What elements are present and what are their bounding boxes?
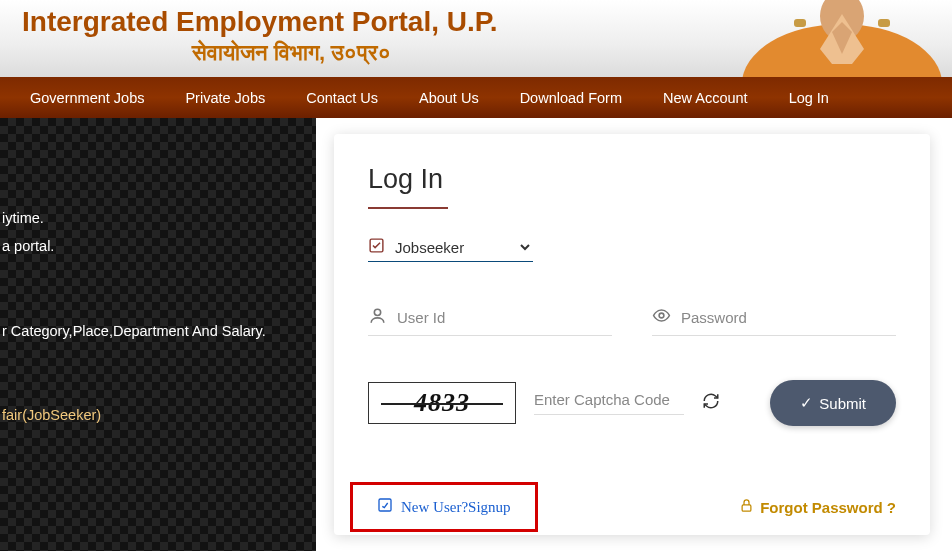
hero-image [732, 0, 952, 77]
captcha-input[interactable] [534, 391, 684, 415]
refresh-icon[interactable] [702, 392, 720, 414]
nav-about-us[interactable]: About Us [399, 78, 499, 118]
credentials-row [368, 306, 896, 336]
login-title: Log In [368, 164, 443, 209]
captcha-row: 4833 ✓ Submit [368, 380, 896, 426]
lock-icon [739, 498, 754, 516]
forgot-password-link[interactable]: Forgot Password ? [739, 498, 896, 516]
footer-row: New User?Signup Forgot Password ? [368, 482, 896, 532]
password-input[interactable] [681, 309, 896, 326]
site-header: Intergrated Employment Portal, U.P. सेवा… [0, 0, 952, 77]
nav-contact-us[interactable]: Contact Us [286, 78, 398, 118]
user-icon [368, 306, 387, 329]
edit-icon [377, 497, 393, 517]
nav-log-in[interactable]: Log In [769, 78, 849, 118]
main-nav: Government Jobs Private Jobs Contact Us … [0, 77, 952, 118]
role-row: Jobseeker [368, 237, 896, 262]
userid-group[interactable] [368, 306, 612, 336]
submit-label: Submit [819, 395, 866, 412]
login-card: Log In Jobseeker [334, 134, 930, 535]
userid-input[interactable] [397, 309, 612, 326]
svg-rect-3 [878, 19, 890, 27]
info-line-3: r Category,Place,Department And Salary. [2, 321, 306, 341]
signup-link[interactable]: New User?Signup [401, 499, 511, 516]
forgot-label: Forgot Password ? [760, 499, 896, 516]
nav-download-form[interactable]: Download Form [500, 78, 642, 118]
svg-point-6 [659, 313, 664, 318]
check-icon: ✓ [800, 394, 813, 412]
checkbox-icon [368, 237, 391, 258]
eye-icon [652, 306, 671, 329]
info-line-1: iytime. [2, 208, 306, 228]
role-select[interactable]: Jobseeker [391, 238, 533, 257]
svg-point-5 [374, 309, 380, 315]
svg-rect-2 [794, 19, 806, 27]
nav-government-jobs[interactable]: Government Jobs [10, 78, 164, 118]
captcha-image: 4833 [368, 382, 516, 424]
jobseeker-fair-link[interactable]: fair(JobSeeker) [2, 405, 306, 425]
info-line-2: a portal. [2, 236, 306, 256]
submit-button[interactable]: ✓ Submit [770, 380, 896, 426]
left-info-panel: iytime. a portal. r Category,Place,Depar… [0, 118, 316, 551]
password-group[interactable] [652, 306, 896, 336]
signup-highlight: New User?Signup [350, 482, 538, 532]
nav-new-account[interactable]: New Account [643, 78, 768, 118]
body-area: iytime. a portal. r Category,Place,Depar… [0, 118, 952, 551]
svg-rect-8 [742, 505, 751, 511]
svg-rect-7 [379, 499, 391, 511]
nav-private-jobs[interactable]: Private Jobs [165, 78, 285, 118]
role-select-wrap[interactable]: Jobseeker [368, 237, 533, 262]
